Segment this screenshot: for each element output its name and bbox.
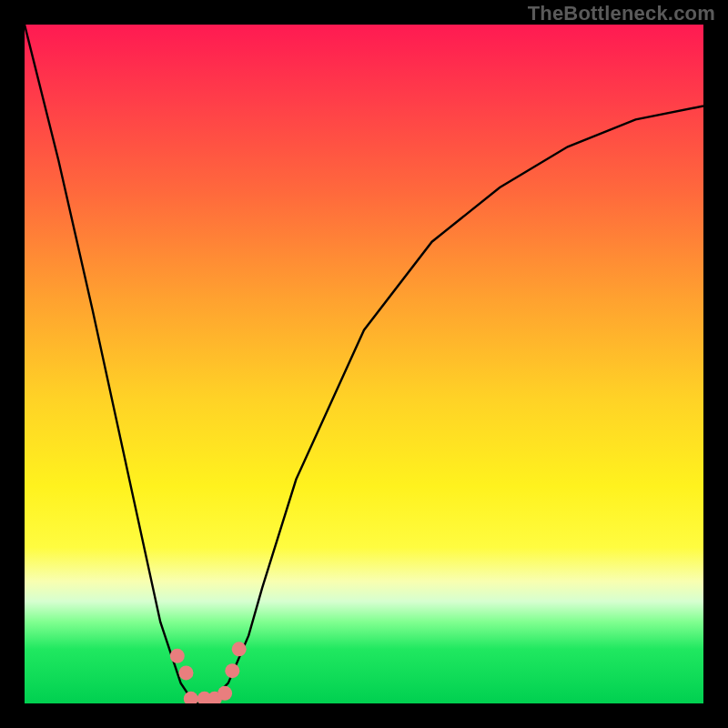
- bottleneck-curve: [25, 25, 703, 703]
- chart-marker: [217, 686, 232, 701]
- chart-markers: [170, 642, 247, 703]
- chart-marker: [179, 665, 194, 680]
- chart-marker: [232, 642, 247, 656]
- chart-marker: [170, 649, 185, 663]
- watermark-text: TheBottleneck.com: [528, 2, 715, 25]
- chart-marker: [225, 663, 239, 678]
- chart-marker: [184, 692, 198, 703]
- chart-svg: [25, 25, 703, 703]
- chart-frame: [25, 25, 703, 703]
